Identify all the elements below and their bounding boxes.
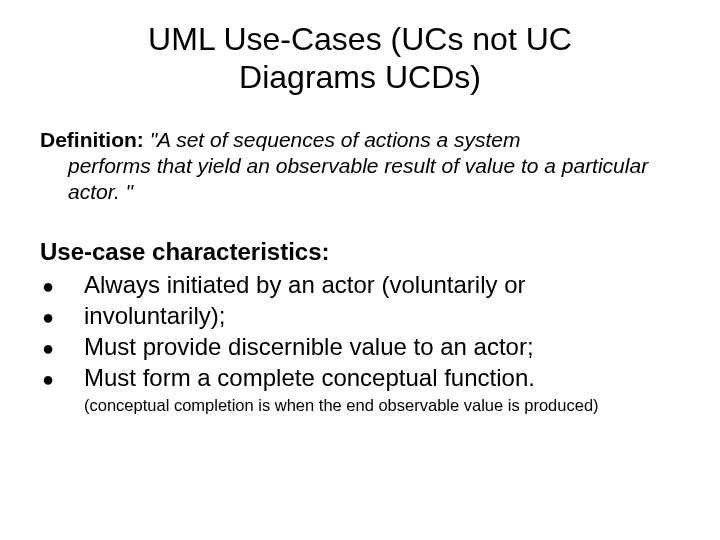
list-item-text: Must provide discernible value to an act… bbox=[84, 331, 680, 362]
slide-title: UML Use-Cases (UCs not UC Diagrams UCDs) bbox=[80, 20, 640, 97]
characteristics-block: Use-case characteristics: ● Always initi… bbox=[40, 236, 680, 417]
list-item-text: Must form a complete conceptual function… bbox=[84, 362, 680, 393]
definition-block: Definition: "A set of sequences of actio… bbox=[40, 127, 680, 206]
bullet-icon: ● bbox=[40, 273, 84, 299]
list-item-text: involuntarily); bbox=[84, 300, 680, 331]
definition-label: Definition: bbox=[40, 128, 150, 151]
characteristics-label: Use-case characteristics: bbox=[40, 236, 680, 267]
footnote: (conceptual completion is when the end o… bbox=[84, 395, 680, 416]
list-item: ● Must provide discernible value to an a… bbox=[40, 331, 680, 362]
definition-text-rest: performs that yield an observable result… bbox=[68, 153, 680, 206]
definition-text-first: "A set of sequences of actions a system bbox=[150, 128, 521, 151]
bullet-icon: ● bbox=[40, 335, 84, 361]
list-item: ● Always initiated by an actor (voluntar… bbox=[40, 269, 680, 300]
bullet-icon: ● bbox=[40, 304, 84, 330]
bullet-icon: ● bbox=[40, 366, 84, 392]
list-item-text: Always initiated by an actor (voluntaril… bbox=[84, 269, 680, 300]
list-item: ● involuntarily); bbox=[40, 300, 680, 331]
list-item: ● Must form a complete conceptual functi… bbox=[40, 362, 680, 393]
